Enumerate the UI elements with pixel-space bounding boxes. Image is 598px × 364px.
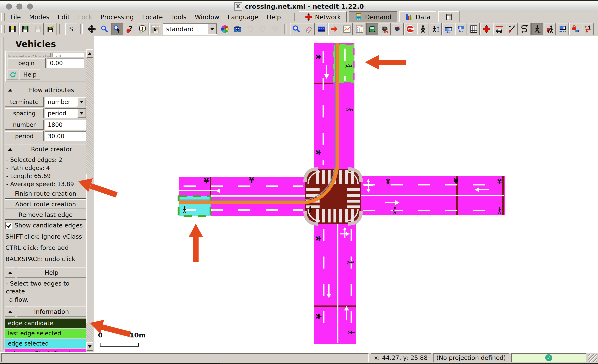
type-mode-button[interactable]: TYPE [379,23,391,35]
period-field[interactable]: 30.00 [45,131,86,141]
sidebar-scrollbar[interactable] [86,49,93,351]
menu-locate[interactable]: Locate [138,13,167,22]
scroll-up-icon [88,52,91,55]
menu-processing[interactable]: Processing [96,13,138,22]
view-preset-combo[interactable]: standard [163,24,217,35]
help-header[interactable]: Help [17,267,86,278]
toolbar-grip[interactable] [1,25,5,33]
locate-help-button[interactable]: ? [124,23,136,35]
inspect-mode-button[interactable] [290,23,302,35]
reset-attributes-button[interactable] [7,70,18,80]
number-arrows-button[interactable]: # [582,23,594,35]
save-as-icon [47,25,55,33]
move-view-button[interactable] [86,23,98,35]
begin-field[interactable]: 0.00 [47,58,84,68]
insertionchecks-attribute-button[interactable]: insertionChecks [7,53,51,57]
spacing-attribute-button[interactable]: spacing [5,108,44,118]
check-icon: ✓ [545,354,552,361]
draw-shape-button[interactable] [506,23,518,35]
collapse-flow-attributes-button[interactable] [5,85,15,95]
period-attribute-button[interactable]: period [5,131,44,141]
route-creator-header[interactable]: Route creator [17,144,86,154]
toolbar-grip[interactable] [292,13,295,21]
begin-attribute-button[interactable]: begin [7,58,46,68]
select-mode-button[interactable] [316,23,327,35]
container-plan-mode-button[interactable] [455,23,467,35]
collapse-help-button[interactable] [5,267,15,278]
supermode-network-button[interactable]: Network [299,11,347,23]
move-mode-button[interactable] [328,23,340,35]
menu-edit[interactable]: Edit [54,13,74,22]
vehicle-mode-button[interactable] [366,23,378,35]
tooltip-button[interactable]: ! [137,23,149,35]
inspect-pointer-button[interactable] [111,23,123,35]
elevation-vehicle-button[interactable] [493,23,505,35]
screenshot-camera-button[interactable] [232,23,243,35]
combo-dropdown-button[interactable] [77,97,86,106]
finish-route-creation-button[interactable]: Finish route creation [5,189,86,199]
scroll-down-button[interactable] [86,342,93,351]
save-demand-button[interactable] [19,23,31,35]
edge-selected[interactable] [179,196,211,216]
supermode-demand-button[interactable]: Demand [349,11,397,23]
container-arrow-button[interactable] [557,23,569,35]
information-header[interactable]: Information [17,307,86,317]
route-distribution-mode-button[interactable] [354,23,365,35]
save-network-button[interactable] [7,23,18,35]
number-field[interactable]: 1800 [45,120,86,130]
spacing-combo[interactable]: period [45,108,86,118]
terminate-attribute-button[interactable]: terminate [5,97,44,107]
turn-route-button[interactable] [519,23,531,35]
stop-mode-button[interactable]: STOP [405,23,416,35]
collapse-information-button[interactable] [5,307,15,317]
walk-mode-button[interactable] [531,23,543,35]
type-distribution-mode-button[interactable] [392,23,403,35]
person-mode-button[interactable] [417,23,429,35]
lock-container-button[interactable] [569,23,581,35]
menu-cursor-button[interactable]: MENU [149,23,161,35]
cursor-coordinates: x:-44.27, y:-25.88 [371,353,431,362]
zoom-button[interactable] [99,23,110,35]
terminate-combo[interactable]: number [45,97,86,107]
color-wheel-button[interactable] [219,23,231,35]
persons-pair-button[interactable] [544,23,556,35]
panel-grip[interactable] [1,37,4,350]
show-candidate-edges-row[interactable]: Show candidate edges [5,222,86,229]
resize-grip[interactable] [589,354,597,362]
container-mode-button[interactable] [442,23,454,35]
flow-attributes-header[interactable]: Flow attributes [17,85,86,95]
scrollbar-thumb[interactable] [86,174,93,323]
network-view-canvas[interactable]: ¥ [94,36,598,352]
menu-modes[interactable]: Modes [25,13,53,22]
junction-shape-button[interactable] [481,23,492,35]
insertionchecks-field[interactable]: all [52,53,84,57]
remove-last-edge-button[interactable]: Remove last edge [5,210,86,220]
route-mode-button[interactable] [341,23,353,35]
grid-button[interactable] [468,23,480,35]
attribute-help-button[interactable]: Help [19,70,40,80]
svg-text:10m: 10m [130,331,146,339]
menu-help[interactable]: Help [262,13,285,22]
person-plan-mode-button[interactable] [430,23,442,35]
toggle-frame-button[interactable] [438,11,459,23]
s-button[interactable]: S [65,23,77,35]
combo-dropdown-button[interactable] [208,24,217,34]
scroll-up-button[interactable] [86,49,93,58]
svg-text:TYPE: TYPE [382,31,389,33]
number-attribute-button[interactable]: number [5,120,44,130]
save-as-button[interactable] [45,23,57,35]
menu-file[interactable]: File [6,13,25,22]
abort-route-creation-button[interactable]: Abort route creation [5,199,86,209]
move-view-icon [87,25,96,33]
show-candidate-edges-checkbox[interactable] [5,222,12,229]
supermode-data-button[interactable]: Data [399,11,436,23]
collapse-arrow-icon [8,89,12,91]
collapse-route-creator-button[interactable] [5,144,15,154]
menu-tools[interactable]: Tools [167,13,191,22]
menu-window[interactable]: Window [191,13,224,22]
menu-language[interactable]: Language [224,13,262,22]
backspace-hint: BACKSPACE: undo click [5,255,86,263]
delete-mode-button[interactable] [303,23,315,35]
combo-dropdown-button[interactable] [77,109,86,118]
toolbar-grip[interactable] [1,13,5,21]
